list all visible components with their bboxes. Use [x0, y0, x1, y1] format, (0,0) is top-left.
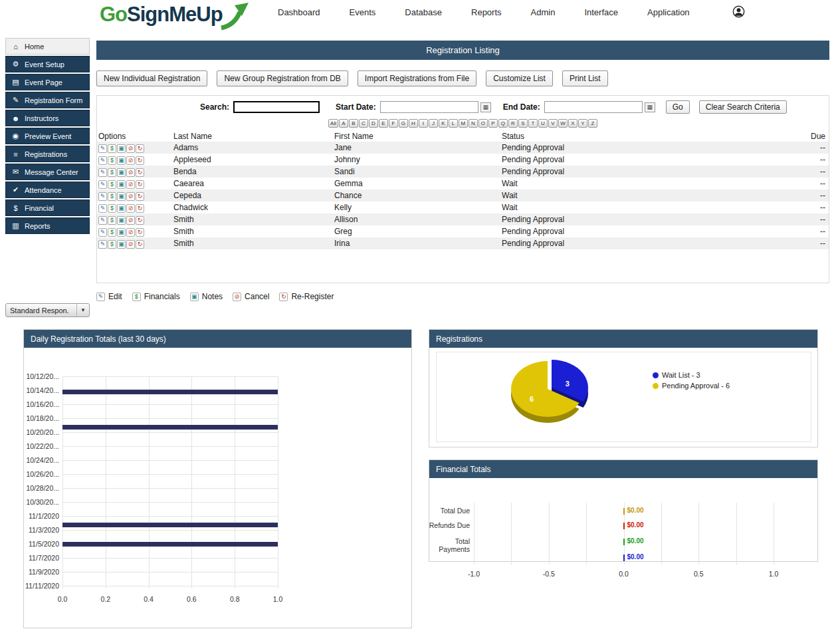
nav-item-admin[interactable]: Admin	[531, 7, 556, 17]
edit-icon[interactable]: ✎	[98, 240, 107, 249]
notes-icon[interactable]: ▣	[117, 216, 126, 225]
cancel-icon[interactable]: ⊘	[126, 240, 135, 249]
nav-item-database[interactable]: Database	[405, 7, 442, 17]
edit-icon[interactable]: ✎	[98, 168, 107, 177]
alpha-g-button[interactable]: G	[399, 119, 408, 128]
notes-icon[interactable]: ▣	[117, 180, 126, 189]
edit-icon[interactable]: ✎	[98, 192, 107, 201]
start-date-calendar-icon[interactable]: ▦	[480, 102, 491, 112]
customize-list-button[interactable]: Customize List	[486, 70, 553, 86]
alpha-u-button[interactable]: U	[538, 119, 548, 128]
reregister-icon[interactable]: ↻	[136, 156, 144, 165]
cancel-icon[interactable]: ⊘	[126, 228, 135, 237]
financials-icon[interactable]: $	[108, 228, 116, 237]
nav-item-dashboard[interactable]: Dashboard	[278, 7, 320, 17]
alpha-m-button[interactable]: M	[459, 119, 468, 128]
sidebar-item-event-page[interactable]: ▤Event Page	[5, 74, 90, 90]
gosignmeup-logo[interactable]: Go SignMeUp	[100, 3, 249, 31]
sidebar-item-registrations[interactable]: ≡Registrations	[5, 146, 90, 162]
clear-search-button[interactable]: Clear Search Criteria	[699, 100, 787, 114]
standard-response-dropdown[interactable]: Standard Respon. ▼	[5, 303, 90, 317]
financials-icon[interactable]: $	[108, 204, 116, 213]
edit-icon[interactable]: ✎	[98, 156, 107, 165]
table-row[interactable]: ✎$▣⊘↻BendaSandiPending Approval--	[97, 166, 829, 178]
financials-icon[interactable]: $	[108, 168, 116, 177]
cancel-icon[interactable]: ⊘	[126, 204, 135, 213]
alpha-y-button[interactable]: Y	[578, 119, 587, 128]
notes-icon[interactable]: ▣	[117, 156, 126, 165]
alpha-c-button[interactable]: C	[359, 119, 368, 128]
alpha-all-button[interactable]: All	[328, 119, 338, 128]
alpha-q-button[interactable]: Q	[498, 119, 508, 128]
go-button[interactable]: Go	[666, 100, 690, 114]
nav-item-reports[interactable]: Reports	[471, 7, 502, 17]
financials-icon[interactable]: $	[108, 144, 116, 153]
import-registrations-from-file-button[interactable]: Import Registrations from File	[358, 70, 476, 86]
edit-icon[interactable]: ✎	[98, 216, 107, 225]
sidebar-item-financial[interactable]: $Financial	[5, 199, 90, 216]
reregister-icon[interactable]: ↻	[136, 192, 144, 201]
alpha-h-button[interactable]: H	[409, 119, 418, 128]
alpha-f-button[interactable]: F	[389, 119, 398, 128]
cancel-icon[interactable]: ⊘	[126, 216, 135, 225]
alpha-b-button[interactable]: B	[349, 119, 358, 128]
alpha-w-button[interactable]: W	[558, 119, 568, 128]
sidebar-item-event-setup[interactable]: ⚙Event Setup	[5, 56, 90, 72]
financials-icon[interactable]: $	[108, 156, 116, 165]
notes-icon[interactable]: ▣	[117, 204, 126, 213]
alpha-t-button[interactable]: T	[528, 119, 538, 128]
cancel-icon[interactable]: ⊘	[126, 192, 135, 201]
alpha-l-button[interactable]: L	[449, 119, 458, 128]
edit-icon[interactable]: ✎	[98, 228, 107, 237]
edit-icon[interactable]: ✎	[98, 180, 107, 189]
alpha-e-button[interactable]: E	[379, 119, 388, 128]
reregister-icon[interactable]: ↻	[136, 144, 144, 153]
cancel-icon[interactable]: ⊘	[126, 180, 135, 189]
new-individual-registration-button[interactable]: New Individual Registration	[96, 70, 207, 86]
alpha-n-button[interactable]: N	[469, 119, 478, 128]
reregister-icon[interactable]: ↻	[136, 204, 144, 213]
table-row[interactable]: ✎$▣⊘↻SmithGregPending Approval--	[97, 225, 829, 237]
end-date-input[interactable]	[544, 101, 643, 113]
sidebar-item-registration-form[interactable]: ✎Registration Form	[5, 92, 90, 108]
user-account-button[interactable]	[732, 5, 745, 21]
alpha-d-button[interactable]: D	[369, 119, 378, 128]
financials-icon[interactable]: $	[108, 192, 116, 201]
table-row[interactable]: ✎$▣⊘↻SmithIrinaPending Approval--	[97, 237, 829, 249]
sidebar-item-preview-event[interactable]: ◉Preview Event	[5, 128, 90, 144]
table-row[interactable]: ✎$▣⊘↻CaeareaGemmaWait--	[97, 178, 829, 189]
cancel-icon[interactable]: ⊘	[126, 168, 135, 177]
reregister-icon[interactable]: ↻	[136, 240, 144, 249]
alpha-s-button[interactable]: S	[518, 119, 528, 128]
reregister-icon[interactable]: ↻	[136, 168, 144, 177]
alpha-p-button[interactable]: P	[488, 119, 498, 128]
sidebar-item-message-center[interactable]: ✉Message Center	[5, 164, 90, 180]
alpha-j-button[interactable]: J	[429, 119, 438, 128]
alpha-x-button[interactable]: X	[568, 119, 578, 128]
table-row[interactable]: ✎$▣⊘↻ChadwickKellyWait--	[97, 201, 829, 213]
search-input[interactable]	[233, 101, 320, 113]
cancel-icon[interactable]: ⊘	[126, 144, 135, 153]
reregister-icon[interactable]: ↻	[136, 228, 144, 237]
alpha-v-button[interactable]: V	[548, 119, 558, 128]
end-date-calendar-icon[interactable]: ▦	[645, 102, 655, 112]
financials-icon[interactable]: $	[108, 240, 116, 249]
alpha-z-button[interactable]: Z	[588, 119, 597, 128]
alpha-r-button[interactable]: R	[508, 119, 518, 128]
alpha-a-button[interactable]: A	[339, 119, 348, 128]
nav-item-application[interactable]: Application	[647, 7, 690, 17]
financials-icon[interactable]: $	[108, 180, 116, 189]
alpha-k-button[interactable]: K	[439, 119, 448, 128]
start-date-input[interactable]	[380, 101, 478, 113]
notes-icon[interactable]: ▣	[117, 168, 126, 177]
edit-icon[interactable]: ✎	[98, 204, 107, 213]
financials-icon[interactable]: $	[108, 216, 116, 225]
alpha-o-button[interactable]: O	[478, 119, 488, 128]
table-row[interactable]: ✎$▣⊘↻SmithAllisonPending Approval--	[97, 213, 829, 225]
notes-icon[interactable]: ▣	[117, 144, 126, 153]
table-row[interactable]: ✎$▣⊘↻AdamsJanePending Approval--	[97, 142, 829, 154]
sidebar-item-reports[interactable]: ▥Reports	[5, 217, 90, 234]
print-list-button[interactable]: Print List	[562, 70, 608, 86]
sidebar-item-instructors[interactable]: ☻Instructors	[5, 110, 90, 126]
nav-item-events[interactable]: Events	[350, 7, 376, 17]
